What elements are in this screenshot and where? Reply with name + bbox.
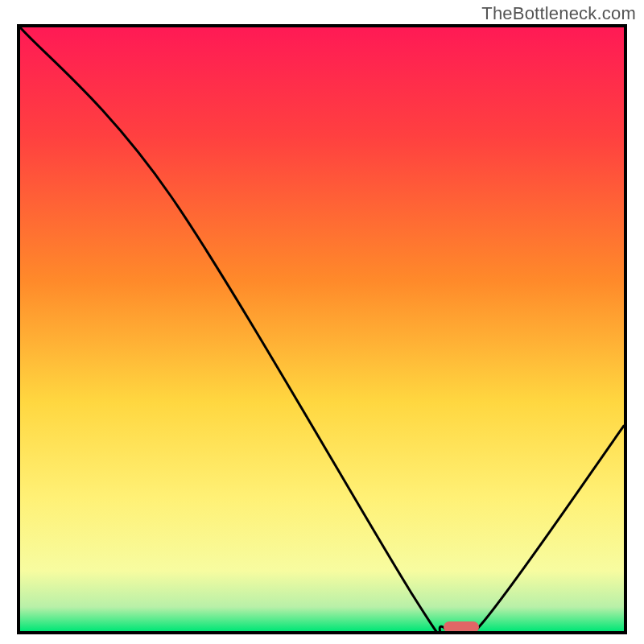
optimal-marker <box>444 621 479 633</box>
plot-area <box>20 27 624 631</box>
svg-rect-0 <box>20 27 624 631</box>
chart-frame: TheBottleneck.com <box>0 0 644 644</box>
plot-border <box>17 24 627 634</box>
watermark-text: TheBottleneck.com <box>481 3 636 24</box>
gradient-background <box>20 27 624 631</box>
